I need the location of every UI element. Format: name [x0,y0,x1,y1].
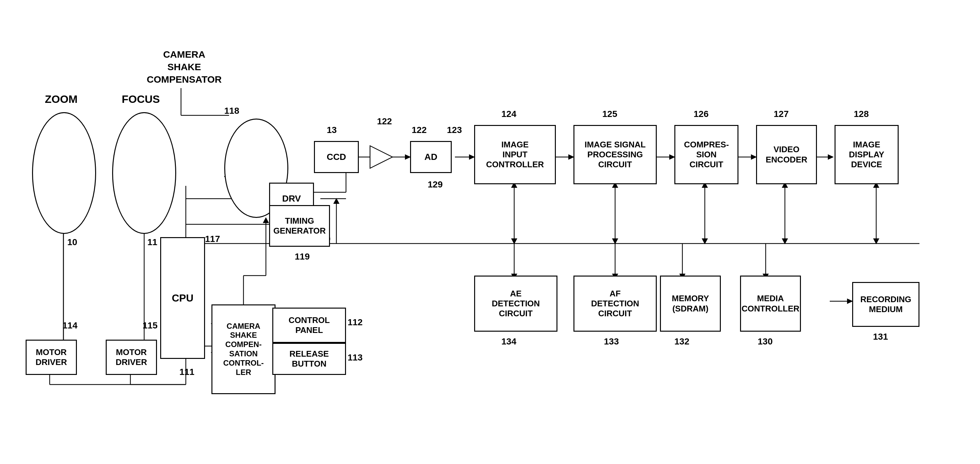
svg-marker-15 [670,155,675,159]
ae-detection-block: AEDETECTIONCIRCUIT [474,276,557,332]
ref-131: 131 [873,332,888,342]
zoom-lens [32,112,96,234]
svg-marker-47 [847,299,852,303]
timing-generator-block: TIMINGGENERATOR [269,205,330,247]
camera-shake-comp-controller-block: CAMERASHAKECOMPEN-SATIONCONTROL-LER [212,305,275,394]
svg-marker-31 [702,239,707,244]
compression-circuit-block: COMPRES-SIONCIRCUIT [675,125,738,184]
control-panel-block: CONTROLPANEL [272,308,346,343]
ref-13: 13 [327,125,337,135]
media-controller-block: MEDIACONTROLLER [740,276,801,332]
svg-marker-9 [405,155,410,159]
camera-shake-compensator-label: CAMERASHAKECOMPENSATOR [144,48,224,86]
svg-marker-25 [512,239,517,244]
svg-marker-69 [263,218,269,223]
image-display-block: IMAGEDISPLAYDEVICE [835,125,899,184]
release-button-block: RELEASEBUTTON [272,343,346,375]
cpu-block: CPU [160,237,205,359]
svg-marker-17 [751,155,756,159]
image-input-controller-block: IMAGEINPUTCONTROLLER [474,125,556,184]
image-signal-processing-block: IMAGE SIGNALPROCESSINGCIRCUIT [573,125,657,184]
video-encoder-block: VIDEOENCODER [756,125,817,184]
ref-128: 128 [854,109,869,119]
svg-marker-37 [873,239,879,244]
ref-125: 125 [602,109,617,119]
zoom-label: ZOOM [45,93,78,105]
focus-label: FOCUS [122,93,160,105]
svg-marker-28 [612,239,618,244]
ref-113: 113 [348,352,363,363]
ccd-block: CCD [314,141,359,173]
ref-127: 127 [774,109,789,119]
ref-130: 130 [758,336,773,347]
zoom-ref: 10 [67,237,77,247]
recording-medium-block: RECORDINGMEDIUM [852,282,920,327]
ref-122: 122 [412,125,427,135]
svg-marker-11 [469,155,474,159]
ref-134: 134 [501,336,516,347]
motor-driver1-block: MOTORDRIVER [25,340,77,375]
svg-marker-75 [334,199,339,204]
ref-123: 123 [447,125,462,135]
ref-115: 115 [143,320,158,331]
ad-block: AD [410,141,452,173]
ref-111: 111 [180,367,194,377]
motor-driver2-block: MOTORDRIVER [106,340,157,375]
ref-114: 114 [62,320,78,331]
ref-129: 129 [428,179,443,190]
af-detection-block: AFDETECTIONCIRCUIT [573,276,657,332]
svg-marker-13 [569,155,573,159]
svg-marker-34 [782,239,788,244]
focus-ref: 11 [147,237,157,247]
memory-block: MEMORY(SDRAM) [660,276,721,332]
ref-133: 133 [604,336,619,347]
svg-marker-19 [828,155,833,159]
ref-117: 117 [205,234,220,244]
ref-132: 132 [675,336,689,347]
ref-112: 112 [348,317,363,327]
ref-119: 119 [295,252,310,262]
focus-lens [112,112,176,234]
ref-118: 118 [224,106,239,116]
ref-126: 126 [694,109,709,119]
ref-124: 124 [501,109,516,119]
